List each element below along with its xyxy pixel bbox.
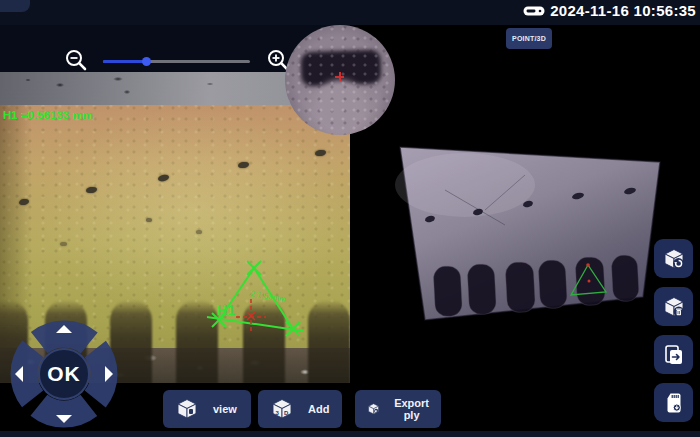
point-cloud-mesh (375, 115, 685, 350)
reset-3d-button[interactable] (654, 239, 693, 278)
camera-slot (176, 300, 218, 383)
zoom-slider-thumb[interactable] (142, 57, 151, 66)
ok-button[interactable]: OK (38, 348, 90, 400)
save-file-button[interactable] (654, 383, 693, 422)
view-button[interactable]: view (163, 390, 251, 428)
clock: 2024-11-16 10:56:35 (523, 2, 696, 19)
top-status-bar: 2024-11-16 10:56:35 (0, 0, 700, 25)
add-button[interactable]: 3 D Add (258, 390, 342, 428)
cube-delete-icon (662, 295, 686, 319)
export-file-button[interactable] (654, 335, 693, 374)
cube-rotate-icon (662, 247, 686, 271)
surface-hole (146, 218, 152, 222)
dpad: OK (6, 316, 122, 432)
timestamp: 2024-11-16 10:56:35 (550, 2, 696, 19)
cube-add-icon: 3 D (270, 397, 294, 421)
zoom-slider-fill (103, 60, 146, 63)
app-screen: 2024-11-16 10:56:35 POINT/3D (0, 0, 700, 437)
zoom-slider[interactable] (103, 60, 250, 63)
export-ply-button[interactable]: Export ply (355, 390, 441, 428)
copy-export-icon (662, 343, 686, 367)
camera-slot (308, 300, 350, 383)
save-card-icon (662, 391, 686, 415)
magnifier-inset (285, 25, 395, 135)
point-cloud-view[interactable] (375, 115, 685, 350)
add-button-label: Add (308, 403, 329, 415)
zoom-out-button[interactable] (63, 47, 89, 73)
export-ply-button-label: Export ply (394, 397, 429, 421)
cube-view-icon (175, 397, 199, 421)
storage-drive-icon (523, 4, 545, 18)
camera-slot (243, 300, 285, 383)
point-3d-mode-button[interactable]: POINT/3D (506, 28, 552, 49)
topleft-tab (0, 0, 30, 12)
zoom-out-icon (63, 47, 89, 73)
surface-hole (196, 230, 202, 234)
view-button-label: view (213, 403, 237, 415)
svg-text:D: D (284, 410, 289, 416)
delete-3d-button[interactable] (654, 287, 693, 326)
cube-export-icon (367, 397, 380, 421)
surface-hole (60, 242, 67, 246)
